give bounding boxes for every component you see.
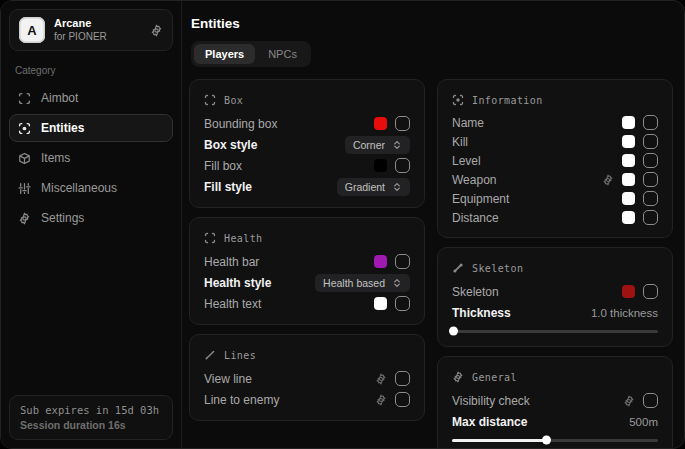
card-title: Box [224, 95, 243, 106]
skeleton-checkbox[interactable] [643, 284, 658, 299]
fill-box-row: Fill box [204, 155, 410, 176]
gear-icon [18, 212, 31, 225]
right-column: Information Name Kill Level [437, 79, 673, 448]
sidebar-item-label: Entities [41, 121, 84, 135]
health-card-header: Health [204, 228, 410, 248]
row-label: Distance [452, 211, 614, 225]
box-style-dropdown[interactable]: Corner [345, 136, 410, 154]
fill-style-row: Fill style Gradient [204, 176, 410, 197]
sidebar-item-label: Items [41, 151, 70, 165]
name-checkbox[interactable] [643, 115, 658, 130]
card-title: Information [472, 95, 543, 106]
thickness-slider-thumb[interactable] [449, 327, 458, 336]
fill-style-dropdown[interactable]: Gradient [337, 178, 410, 196]
sidebar-item-items[interactable]: Items [9, 144, 173, 172]
view-line-checkbox[interactable] [395, 371, 410, 386]
health-style-dropdown[interactable]: Health based [315, 274, 410, 292]
kill-color-swatch[interactable] [622, 135, 635, 148]
row-label: Line to enemy [204, 393, 367, 407]
box-card: Box Bounding box Box style Corner [189, 79, 425, 208]
brackets-icon [204, 232, 216, 244]
card-title: Health [224, 233, 263, 244]
card-columns: Box Bounding box Box style Corner [189, 79, 673, 448]
skeleton-card-header: Skeleton [452, 258, 658, 278]
sidebar-item-settings[interactable]: Settings [9, 204, 173, 232]
unfold-icon [392, 140, 402, 150]
equipment-checkbox[interactable] [643, 191, 658, 206]
sidebar-item-label: Aimbot [41, 91, 78, 105]
thickness-slider[interactable] [452, 326, 658, 336]
fill-box-color-swatch[interactable] [374, 159, 387, 172]
kill-row: Kill [452, 132, 658, 151]
distance-checkbox[interactable] [643, 210, 658, 225]
distance-color-swatch[interactable] [622, 211, 635, 224]
skeleton-color-swatch[interactable] [622, 285, 635, 298]
equipment-color-swatch[interactable] [622, 192, 635, 205]
visibility-settings-icon[interactable] [623, 395, 635, 407]
row-label: Thickness [452, 306, 583, 320]
equipment-row: Equipment [452, 189, 658, 208]
tab-players[interactable]: Players [194, 44, 255, 64]
health-bar-color-swatch[interactable] [374, 255, 387, 268]
thickness-value: 1.0 thickness [591, 307, 658, 319]
health-text-checkbox[interactable] [395, 296, 410, 311]
account-settings-icon[interactable] [150, 24, 163, 37]
general-card-header: General [452, 367, 658, 387]
health-text-row: Health text [204, 293, 410, 314]
main-content: Entities Players NPCs Box Bounding box [182, 1, 684, 448]
unfold-icon [392, 278, 402, 288]
max-distance-slider-thumb[interactable] [542, 436, 551, 445]
scan-dot-icon [452, 94, 464, 106]
weapon-checkbox[interactable] [643, 172, 658, 187]
app-name: Arcane [54, 17, 141, 31]
bounding-box-color-swatch[interactable] [374, 117, 387, 130]
information-card-header: Information [452, 90, 658, 110]
view-line-settings-icon[interactable] [375, 373, 387, 385]
row-label: Equipment [452, 192, 614, 206]
sidebar-nav: Aimbot Entities Items Miscellaneous Sett… [9, 84, 173, 232]
line-to-enemy-settings-icon[interactable] [375, 394, 387, 406]
bounding-box-checkbox[interactable] [395, 116, 410, 131]
thickness-row: Thickness 1.0 thickness [452, 302, 658, 323]
health-style-row: Health style Health based [204, 272, 410, 293]
kill-checkbox[interactable] [643, 134, 658, 149]
max-distance-slider[interactable] [452, 435, 658, 445]
visibility-checkbox[interactable] [643, 393, 658, 408]
sidebar: A Arcane for PIONER Category Aimbot Enti… [1, 1, 182, 448]
tab-npcs[interactable]: NPCs [257, 44, 308, 64]
health-text-color-swatch[interactable] [374, 297, 387, 310]
app-window: A Arcane for PIONER Category Aimbot Enti… [0, 0, 685, 449]
row-label: Max distance [452, 415, 621, 429]
sidebar-item-entities[interactable]: Entities [9, 114, 173, 142]
level-color-swatch[interactable] [622, 154, 635, 167]
general-card: General Visibility check Max distance 50… [437, 356, 673, 448]
weapon-settings-icon[interactable] [602, 174, 614, 186]
card-title: General [472, 372, 517, 383]
app-subtitle: for PIONER [54, 31, 141, 44]
row-label: Health text [204, 297, 366, 311]
distance-row: Distance [452, 208, 658, 227]
dropdown-value: Gradient [345, 181, 385, 193]
name-color-swatch[interactable] [622, 116, 635, 129]
row-label: Health style [204, 276, 307, 290]
fill-box-checkbox[interactable] [395, 158, 410, 173]
row-label: View line [204, 372, 367, 386]
row-label: Skeleton [452, 285, 614, 299]
slider-fill [452, 439, 547, 442]
line-to-enemy-checkbox[interactable] [395, 392, 410, 407]
weapon-row: Weapon [452, 170, 658, 189]
scan-dot-icon [18, 122, 31, 135]
weapon-color-swatch[interactable] [622, 173, 635, 186]
category-label: Category [15, 65, 167, 76]
sidebar-item-aimbot[interactable]: Aimbot [9, 84, 173, 112]
health-bar-row: Health bar [204, 251, 410, 272]
level-checkbox[interactable] [643, 153, 658, 168]
bounding-box-row: Bounding box [204, 113, 410, 134]
app-header-card: A Arcane for PIONER [9, 9, 173, 51]
session-duration-text: Session duration 16s [20, 419, 162, 431]
sidebar-item-miscellaneous[interactable]: Miscellaneous [9, 174, 173, 202]
health-bar-checkbox[interactable] [395, 254, 410, 269]
lines-card-header: Lines [204, 345, 410, 365]
slider-track [452, 330, 658, 333]
information-card: Information Name Kill Level [437, 79, 673, 238]
